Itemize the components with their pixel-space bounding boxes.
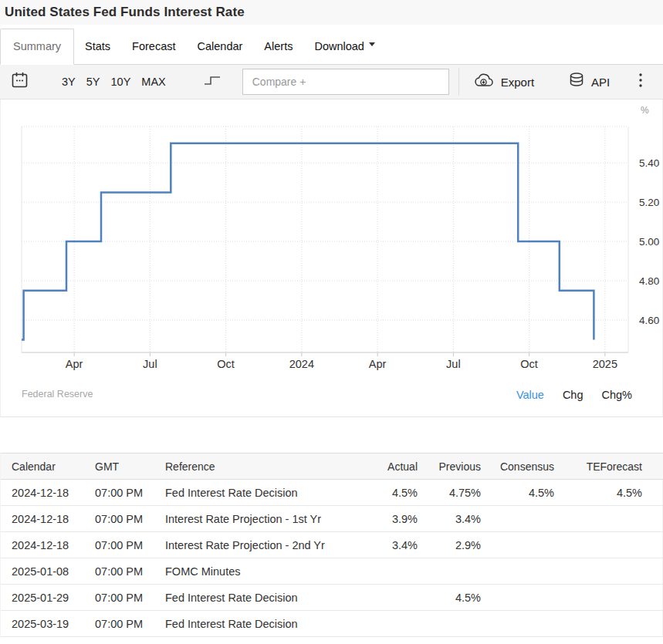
cell-actual xyxy=(348,611,421,637)
calendar-table-section: CalendarGMTReferenceActualPreviousConsen… xyxy=(0,453,663,637)
cell-calendar: 2024-12-18 xyxy=(1,532,84,558)
api-label: API xyxy=(591,76,610,89)
column-header-previous: Previous xyxy=(421,453,487,480)
toolbar-divider xyxy=(458,68,459,96)
cell-teforecast xyxy=(568,506,663,532)
cell-previous: 4.5% xyxy=(421,585,487,611)
x-axis-label: Jul xyxy=(143,358,157,370)
cell-consensus xyxy=(487,532,568,558)
cell-actual xyxy=(348,558,421,585)
cell-previous xyxy=(421,611,487,637)
export-button[interactable]: Export xyxy=(473,72,534,92)
cell-actual xyxy=(348,585,421,611)
chevron-down-icon xyxy=(369,42,375,49)
kebab-menu-icon[interactable] xyxy=(634,69,648,94)
tab-download-label: Download xyxy=(314,40,364,52)
table-row: 2025-03-1907:00 PMFed Interest Rate Deci… xyxy=(1,611,663,637)
export-label: Export xyxy=(501,76,534,89)
cell-reference: Fed Interest Rate Decision xyxy=(155,480,348,506)
table-header-row: CalendarGMTReferenceActualPreviousConsen… xyxy=(1,453,663,480)
cell-gmt: 07:00 PM xyxy=(84,585,155,611)
tab-bar: Summary Stats Forecast Calendar Alerts D… xyxy=(0,25,663,65)
range-5y-button[interactable]: 5Y xyxy=(81,72,106,91)
database-icon xyxy=(568,72,591,93)
cell-previous: 2.9% xyxy=(421,532,487,558)
table-row: 2025-01-0807:00 PMFOMC Minutes xyxy=(1,558,663,585)
range-3y-button[interactable]: 3Y xyxy=(56,72,81,91)
tab-summary[interactable]: Summary xyxy=(0,29,74,65)
range-buttons: 3Y 5Y 10Y MAX xyxy=(56,72,171,91)
x-axis-label: Oct xyxy=(217,358,235,370)
title-bar: United States Fed Funds Interest Rate xyxy=(0,0,663,25)
tab-download[interactable]: Download xyxy=(303,29,386,64)
cell-reference: Fed Interest Rate Decision xyxy=(155,611,348,637)
tab-alerts[interactable]: Alerts xyxy=(253,29,303,64)
cell-calendar: 2024-12-18 xyxy=(1,480,84,506)
cell-consensus xyxy=(487,506,568,532)
cell-teforecast: 4.5% xyxy=(568,480,663,506)
value-link[interactable]: Value xyxy=(516,389,544,401)
y-axis-label: 5.40 xyxy=(639,157,659,169)
compare-input[interactable] xyxy=(242,69,449,95)
cell-actual: 4.5% xyxy=(348,480,421,506)
tab-forecast[interactable]: Forecast xyxy=(121,29,186,64)
cell-calendar: 2024-12-18 xyxy=(1,506,84,532)
column-header-calendar: Calendar xyxy=(1,453,84,480)
cell-calendar: 2025-03-19 xyxy=(1,611,84,637)
tab-stats[interactable]: Stats xyxy=(74,29,121,64)
table-row: 2025-01-2907:00 PMFed Interest Rate Deci… xyxy=(1,585,663,611)
cell-previous: 4.75% xyxy=(421,480,487,506)
chart-card: 4.604.805.005.205.40AprJulOct2024AprJulO… xyxy=(0,99,663,417)
cell-teforecast xyxy=(568,558,663,585)
tab-calendar[interactable]: Calendar xyxy=(187,29,254,64)
y-axis-label: 4.80 xyxy=(639,275,659,287)
chart-source: Federal Reserve xyxy=(22,389,93,401)
table-row: 2024-12-1807:00 PMFed Interest Rate Deci… xyxy=(1,480,663,506)
x-axis-label: Jul xyxy=(446,358,461,370)
cell-gmt: 07:00 PM xyxy=(84,480,155,506)
cell-reference: FOMC Minutes xyxy=(155,558,348,585)
chart-type-button[interactable] xyxy=(202,72,222,92)
cell-consensus xyxy=(487,611,568,637)
column-header-consensus: Consensus xyxy=(487,453,568,480)
cell-gmt: 07:00 PM xyxy=(84,558,155,585)
y-axis-label: 5.20 xyxy=(639,197,659,208)
column-header-actual: Actual xyxy=(348,453,421,480)
cell-teforecast xyxy=(568,611,663,637)
range-10y-button[interactable]: 10Y xyxy=(106,72,137,91)
column-header-reference: Reference xyxy=(155,453,348,480)
cell-gmt: 07:00 PM xyxy=(84,506,155,532)
column-header-teforecast: TEForecast xyxy=(568,453,663,480)
cell-previous: 3.4% xyxy=(421,506,487,532)
cell-teforecast xyxy=(568,532,663,558)
cell-consensus: 4.5% xyxy=(487,480,568,506)
range-max-button[interactable]: MAX xyxy=(136,72,171,91)
y-axis-unit: % xyxy=(641,105,649,116)
cell-consensus xyxy=(487,585,568,611)
chart-footer: Federal Reserve Value Chg Chg% xyxy=(1,379,662,401)
calendar-table: CalendarGMTReferenceActualPreviousConsen… xyxy=(1,453,663,637)
api-button[interactable]: API xyxy=(568,72,610,93)
spacer xyxy=(0,417,663,453)
step-chart-icon xyxy=(202,72,222,92)
cell-gmt: 07:00 PM xyxy=(84,532,155,558)
cell-reference: Fed Interest Rate Decision xyxy=(155,585,348,611)
chg-link[interactable]: Chg xyxy=(563,389,584,401)
x-axis-label: Oct xyxy=(520,358,538,370)
cloud-download-icon xyxy=(473,72,501,92)
calendar-range-button[interactable] xyxy=(11,71,29,93)
calendar-icon xyxy=(11,71,29,93)
series-mode-links: Value Chg Chg% xyxy=(516,389,632,401)
chart-toolbar: 3Y 5Y 10Y MAX Export xyxy=(0,65,663,99)
chg-pct-link[interactable]: Chg% xyxy=(602,389,633,401)
cell-calendar: 2025-01-08 xyxy=(1,558,84,585)
x-axis-label: Apr xyxy=(66,358,83,370)
table-row: 2024-12-1807:00 PMInterest Rate Projecti… xyxy=(1,532,663,558)
cell-consensus xyxy=(487,558,568,585)
page-title: United States Fed Funds Interest Rate xyxy=(5,5,663,20)
cell-actual: 3.9% xyxy=(348,506,421,532)
cell-previous xyxy=(421,558,487,585)
rate-chart[interactable]: 4.604.805.005.205.40AprJulOct2024AprJulO… xyxy=(1,99,663,376)
cell-calendar: 2025-01-29 xyxy=(1,585,84,611)
cell-gmt: 07:00 PM xyxy=(84,611,155,637)
